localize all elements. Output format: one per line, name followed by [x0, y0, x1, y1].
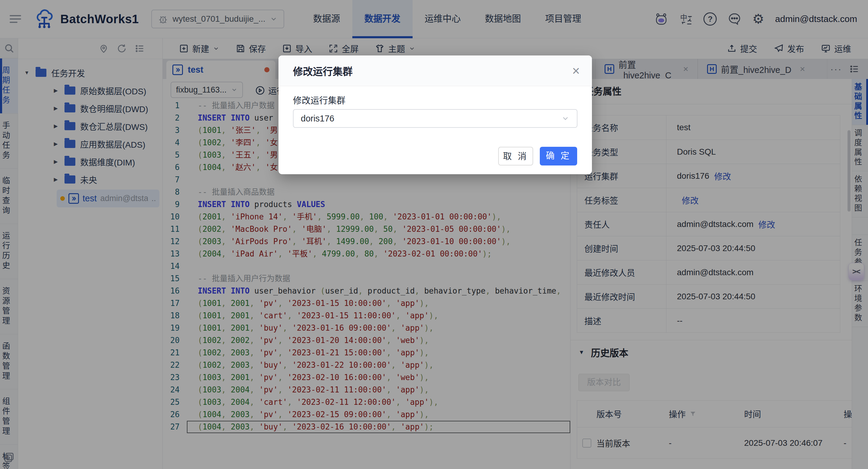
cluster-select[interactable]: doris176	[293, 109, 578, 128]
confirm-button[interactable]: 确 定	[540, 147, 577, 165]
cluster-select-label: 修改运行集群	[293, 93, 345, 106]
dialog-close-icon[interactable]: ×	[572, 64, 580, 77]
modify-cluster-dialog: 修改运行集群 × 修改运行集群 doris176 取 消 确 定	[278, 56, 592, 174]
cancel-button[interactable]: 取 消	[498, 147, 533, 165]
chevron-down-icon	[561, 114, 569, 123]
dialog-title: 修改运行集群	[293, 64, 352, 78]
